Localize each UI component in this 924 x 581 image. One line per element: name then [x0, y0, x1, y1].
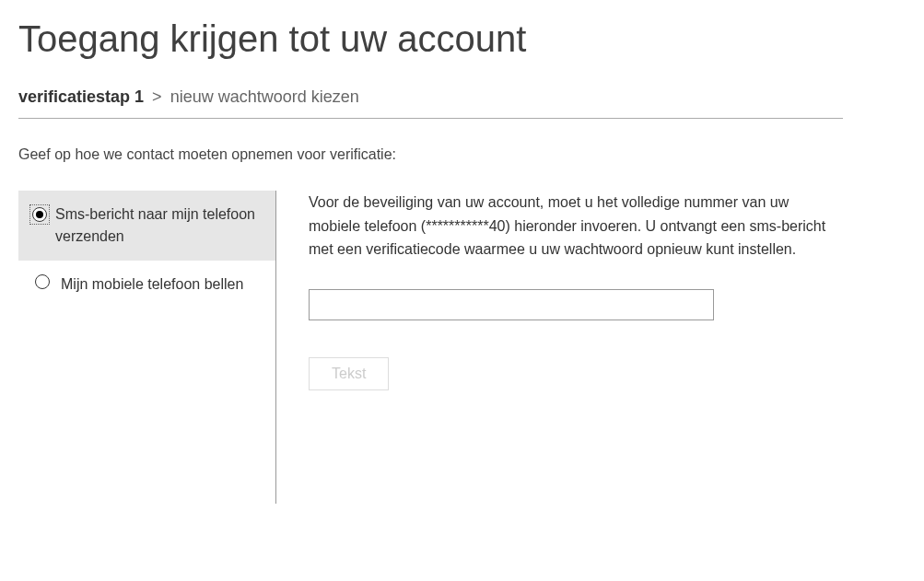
radio-option-call[interactable]: Mijn mobiele telefoon bellen	[18, 261, 275, 308]
verification-detail-panel: Voor de beveiliging van uw account, moet…	[276, 191, 848, 504]
page-title: Toegang krijgen tot uw account	[18, 18, 906, 60]
radio-label-sms: Sms-bericht naar mijn telefoon verzenden	[55, 203, 264, 248]
radio-icon	[29, 204, 50, 225]
radio-label-call: Mijn mobiele telefoon bellen	[61, 273, 243, 296]
radio-icon	[35, 274, 50, 289]
radio-option-sms[interactable]: Sms-bericht naar mijn telefoon verzenden	[18, 191, 275, 261]
verification-description: Voor de beveiliging van uw account, moet…	[309, 191, 829, 261]
verification-method-panel: Sms-bericht naar mijn telefoon verzenden…	[18, 191, 276, 504]
breadcrumb-current-step: verificatiestap 1	[18, 87, 144, 106]
content-row: Sms-bericht naar mijn telefoon verzenden…	[18, 191, 906, 504]
instructions-text: Geef op hoe we contact moeten opnemen vo…	[18, 146, 906, 163]
send-text-button[interactable]: Tekst	[309, 357, 389, 390]
breadcrumb-separator: >	[152, 87, 162, 106]
breadcrumb: verificatiestap 1 > nieuw wachtwoord kie…	[18, 87, 843, 119]
phone-number-input[interactable]	[309, 289, 714, 320]
breadcrumb-next-step: nieuw wachtwoord kiezen	[170, 87, 359, 106]
